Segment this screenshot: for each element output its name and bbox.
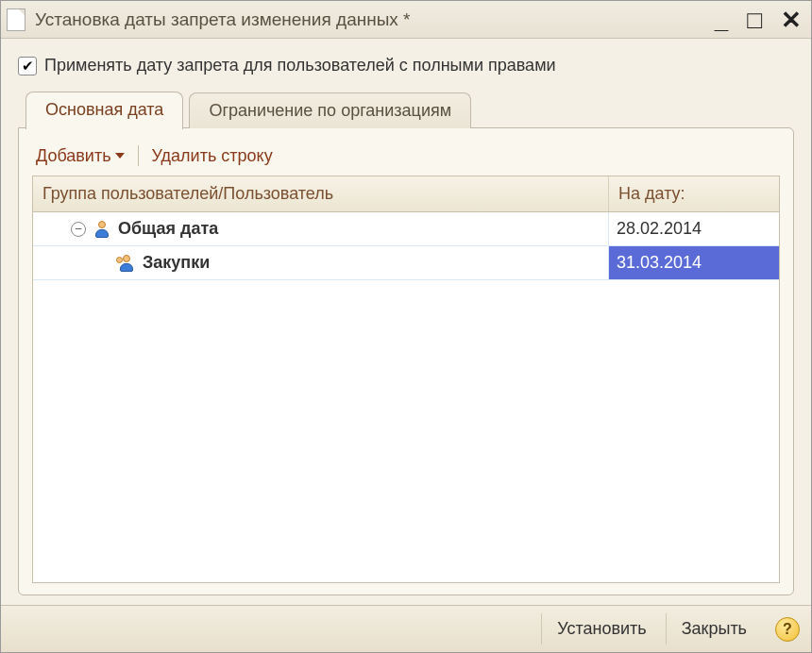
close-footer-button[interactable]: Закрыть bbox=[666, 613, 762, 645]
row-label: Общая дата bbox=[118, 219, 218, 239]
content-area: ✔ Применять дату запрета для пользовател… bbox=[1, 39, 811, 605]
row-label: Закупки bbox=[143, 253, 210, 273]
tabs: Основная дата Ограничение по организация… bbox=[18, 91, 794, 128]
add-button[interactable]: Добавить bbox=[36, 146, 125, 166]
help-icon: ? bbox=[783, 621, 792, 638]
apply-full-rights-checkbox[interactable]: ✔ bbox=[18, 57, 37, 75]
cell-group: − Общая дата bbox=[33, 212, 609, 245]
apply-button-label: Установить bbox=[557, 619, 646, 638]
window-buttons: _ □ ✕ bbox=[711, 8, 805, 32]
help-button[interactable]: ? bbox=[775, 617, 800, 642]
apply-button[interactable]: Установить bbox=[541, 613, 661, 645]
chevron-down-icon bbox=[115, 153, 125, 159]
close-button[interactable]: ✕ bbox=[777, 8, 805, 32]
toolbar-separator bbox=[138, 145, 139, 166]
tab-main-date[interactable]: Основная дата bbox=[25, 92, 183, 129]
users-grid: Группа пользователей/Пользователь На дат… bbox=[32, 176, 780, 583]
delete-row-button[interactable]: Удалить строку bbox=[152, 146, 273, 166]
users-group-icon bbox=[118, 255, 135, 272]
grid-header: Группа пользователей/Пользователь На дат… bbox=[33, 176, 779, 212]
date-value: 28.02.2014 bbox=[617, 219, 702, 239]
window: Установка даты запрета изменения данных … bbox=[0, 0, 812, 653]
tab-org-restriction[interactable]: Ограничение по организациям bbox=[189, 92, 471, 128]
add-button-label: Добавить bbox=[36, 146, 111, 166]
cell-date[interactable]: 28.02.2014 bbox=[609, 212, 779, 245]
delete-row-label: Удалить строку bbox=[152, 146, 273, 166]
table-row[interactable]: Закупки 31.03.2014 bbox=[33, 246, 779, 280]
tab-panel-main: Добавить Удалить строку Группа пользоват… bbox=[18, 127, 794, 595]
grid-toolbar: Добавить Удалить строку bbox=[32, 140, 780, 176]
apply-full-rights-row: ✔ Применять дату запрета для пользовател… bbox=[18, 56, 794, 75]
column-header-date[interactable]: На дату: bbox=[609, 176, 779, 211]
selected-date-value: 31.03.2014 bbox=[609, 246, 779, 279]
titlebar: Установка даты запрета изменения данных … bbox=[1, 1, 811, 39]
table-row[interactable]: − Общая дата 28.02.2014 bbox=[33, 212, 779, 246]
window-title: Установка даты запрета изменения данных … bbox=[35, 9, 711, 30]
apply-full-rights-label: Применять дату запрета для пользователей… bbox=[44, 56, 556, 75]
collapse-icon[interactable]: − bbox=[71, 222, 86, 237]
cell-date[interactable]: 31.03.2014 bbox=[609, 246, 779, 279]
grid-body: − Общая дата 28.02.2014 bbox=[33, 212, 779, 582]
tab-org-restriction-label: Ограничение по организациям bbox=[209, 101, 451, 120]
minimize-button[interactable]: _ bbox=[711, 8, 732, 32]
tab-main-date-label: Основная дата bbox=[45, 100, 163, 119]
tabs-container: Основная дата Ограничение по организация… bbox=[18, 91, 794, 595]
column-header-group[interactable]: Группа пользователей/Пользователь bbox=[33, 176, 609, 211]
close-footer-label: Закрыть bbox=[682, 619, 747, 638]
document-icon bbox=[7, 8, 25, 31]
user-icon bbox=[93, 221, 110, 238]
cell-group: Закупки bbox=[33, 246, 609, 279]
footer: Установить Закрыть ? bbox=[1, 605, 811, 652]
maximize-button[interactable]: □ bbox=[743, 8, 766, 32]
